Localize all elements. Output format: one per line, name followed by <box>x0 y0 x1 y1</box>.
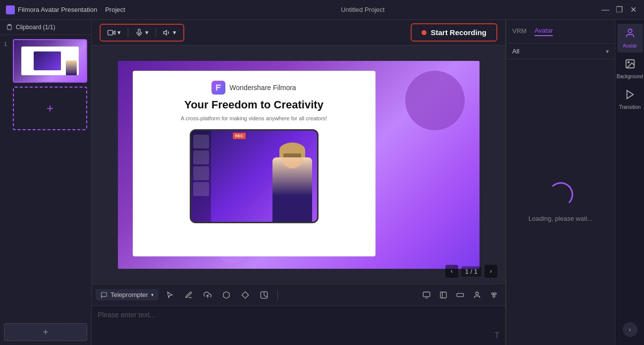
camera-label: ▾ <box>117 29 121 36</box>
filmora-logo-icon <box>212 81 225 95</box>
add-new-slide-button[interactable]: + <box>4 323 87 341</box>
app-logo-icon <box>6 5 15 14</box>
avatar-icon <box>625 28 636 41</box>
slide-content-box: Wondershare Filmora Your Freedom to Crea… <box>133 71 376 256</box>
sidebar-icon-transition[interactable]: Transition <box>617 85 643 114</box>
sidebar-icon-background[interactable]: Background <box>617 54 643 83</box>
camera-button[interactable]: ▾ <box>105 27 124 39</box>
teleprompter-text-area[interactable]: Please enter text... T <box>92 305 505 345</box>
svg-point-14 <box>491 293 493 295</box>
bottom-toolbar: Teleprompter ▾ <box>92 284 505 305</box>
tab-vrm[interactable]: VRM <box>512 27 527 36</box>
canvas-area: Wondershare Filmora Your Freedom to Crea… <box>92 46 505 284</box>
monitor-icon <box>423 291 430 299</box>
menu-project[interactable]: Project <box>105 6 125 13</box>
upload-icon <box>204 291 212 299</box>
sticker-tool-button[interactable] <box>257 288 271 302</box>
group-tool-button[interactable] <box>486 288 501 302</box>
speaker-button[interactable]: ▾ <box>160 27 179 39</box>
collapse-right-panel-button[interactable]: › <box>623 322 638 337</box>
right-sidebar-icons: Avatar Background Transition <box>615 20 644 345</box>
spinner-ring <box>548 182 573 207</box>
next-page-button[interactable]: › <box>484 265 497 278</box>
svg-point-15 <box>494 293 496 295</box>
sidebar-icon-avatar[interactable]: Avatar <box>617 24 643 52</box>
svg-point-17 <box>628 29 632 33</box>
upload-tool-button[interactable] <box>200 288 215 302</box>
device-screen: REC <box>191 131 317 222</box>
mic-icon <box>135 29 143 37</box>
mic-dropdown-icon: ▾ <box>145 29 149 36</box>
main-area: Clipboard (1/1) 1 + <box>0 20 644 345</box>
add-slide-button[interactable]: + <box>13 87 87 130</box>
sticker-icon <box>260 291 268 299</box>
crop-tool-button[interactable] <box>453 288 468 302</box>
chevron-right-icon: › <box>629 326 631 333</box>
toolbar-sep-1 <box>128 28 128 38</box>
slide-thumbnail-1[interactable] <box>13 39 87 83</box>
screen-tool-button[interactable] <box>419 288 434 302</box>
teleprompter-button[interactable]: Teleprompter ▾ <box>96 289 159 300</box>
diamond-tool-button[interactable] <box>238 288 253 302</box>
add-new-slide-icon: + <box>43 327 49 338</box>
text-format-icon: T <box>494 331 499 340</box>
svg-point-16 <box>493 295 495 297</box>
svg-rect-10 <box>440 292 446 298</box>
right-panel-content: All ▾ Loading, please wait... <box>506 44 615 345</box>
filmora-brand-text: Wondershare Filmora <box>229 84 296 92</box>
thumb-avatar <box>66 60 77 75</box>
clipboard-label: Clipboard (1/1) <box>16 24 55 31</box>
pagination-controls: ‹ 1 / 1 › <box>445 265 497 278</box>
right-tool-group <box>419 288 501 302</box>
clipboard-header: Clipboard (1/1) <box>0 20 91 35</box>
loading-spinner <box>548 182 573 207</box>
rec-badge: REC <box>233 133 246 139</box>
thumb-mini-screen <box>34 51 61 70</box>
teleprompter-placeholder: Please enter text... <box>98 311 156 319</box>
svg-rect-12 <box>457 293 463 296</box>
person-icon <box>473 291 481 299</box>
clipboard-icon <box>6 24 13 31</box>
speaker-dropdown-icon: ▾ <box>173 29 176 36</box>
svg-marker-6 <box>242 292 248 298</box>
shape-icon <box>222 291 230 299</box>
close-button[interactable]: ✕ <box>628 5 638 14</box>
speaker-icon <box>163 29 171 37</box>
transition-icon-label: Transition <box>619 104 641 110</box>
svg-marker-4 <box>163 30 166 35</box>
mic-button[interactable]: ▾ <box>132 27 152 39</box>
layout-tool-button[interactable] <box>436 288 451 302</box>
right-panel-tabs: VRM Avatar <box>506 20 615 44</box>
record-label: Start Recording <box>430 28 486 37</box>
pen-tool-button[interactable] <box>181 288 196 302</box>
all-dropdown[interactable]: All ▾ <box>506 44 615 59</box>
chat-icon <box>101 292 107 298</box>
svg-point-19 <box>628 61 629 63</box>
tab-avatar[interactable]: Avatar <box>535 27 553 36</box>
device-main-content: REC <box>211 131 317 222</box>
minimize-button[interactable]: — <box>600 5 610 14</box>
device-sidebar-item-2 <box>193 150 209 164</box>
dropdown-chevron-icon: ▾ <box>606 48 609 55</box>
background-icon-label: Background <box>617 74 643 79</box>
slide-canvas: Wondershare Filmora Your Freedom to Crea… <box>118 61 480 269</box>
window-controls: — ❐ ✕ <box>600 5 638 14</box>
person-tool-button[interactable] <box>470 288 484 302</box>
transition-icon <box>625 89 636 102</box>
page-info-label: 1 / 1 <box>461 266 482 277</box>
start-recording-button[interactable]: Start Recording <box>411 23 497 42</box>
maximize-button[interactable]: ❐ <box>614 5 624 14</box>
prev-page-button[interactable]: ‹ <box>445 265 458 278</box>
select-tool-button[interactable] <box>162 288 177 302</box>
slide-subtitle-text: A cross-platform for making videos anywh… <box>181 115 327 121</box>
right-combined-panel: VRM Avatar All ▾ Loading, please wait... <box>505 20 644 345</box>
decoration-blob-2 <box>405 71 465 130</box>
slide-number-2 <box>4 87 10 89</box>
device-sidebar-item-1 <box>193 135 209 148</box>
pen-icon <box>185 291 193 299</box>
tool-separator <box>277 290 278 300</box>
shape-tool-button[interactable] <box>219 288 234 302</box>
svg-rect-2 <box>108 30 113 35</box>
crop-icon <box>456 291 464 299</box>
device-sidebar-item-4 <box>193 182 209 196</box>
